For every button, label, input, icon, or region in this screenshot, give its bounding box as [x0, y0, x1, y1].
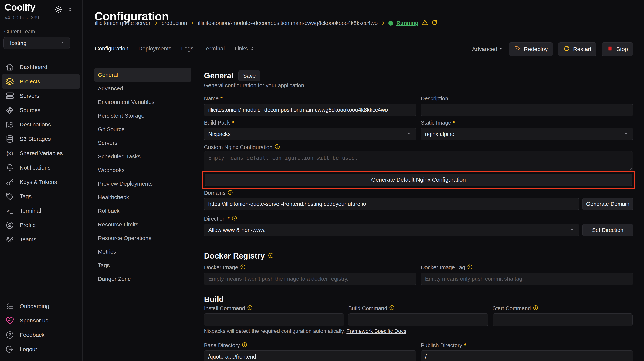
tab-logs[interactable]: Logs	[181, 45, 194, 52]
info-icon[interactable]	[268, 251, 274, 260]
chevron-down-icon	[570, 227, 575, 233]
subnav-item-git-source[interactable]: Git Source	[94, 123, 191, 136]
install-command-input[interactable]	[204, 313, 344, 326]
docker-image-tag-input[interactable]	[421, 272, 633, 285]
required-marker: *	[232, 120, 234, 126]
sidebar-item-logout[interactable]: Logout	[2, 342, 80, 356]
sidebar-item-sources[interactable]: Sources	[2, 103, 80, 117]
logout-icon	[6, 345, 14, 353]
section-heading-build: Build	[204, 295, 224, 304]
subnav-item-danger-zone[interactable]: Danger Zone	[94, 272, 191, 286]
subnav-item-advanced[interactable]: Advanced	[94, 82, 191, 95]
direction-select[interactable]: Allow www & non-www.	[204, 224, 579, 236]
framework-docs-link[interactable]: Framework Specific Docs	[346, 328, 406, 334]
database-icon	[6, 135, 14, 143]
key-icon	[6, 178, 14, 186]
sidebar-item-terminal[interactable]: >_ Terminal	[2, 204, 80, 218]
generate-domain-button[interactable]: Generate Domain	[582, 198, 633, 210]
info-icon[interactable]	[242, 342, 248, 349]
publish-directory-label: Publish Directory*	[421, 342, 633, 348]
heart-icon	[6, 316, 14, 325]
domains-input[interactable]	[204, 198, 579, 210]
build-command-label: Build Command	[348, 305, 488, 311]
sidebar-item-notifications[interactable]: Notifications	[2, 160, 80, 175]
sidebar-item-shared-variables[interactable]: (x) Shared Variables	[2, 146, 80, 160]
sidebar-item-feedback[interactable]: Feedback	[2, 328, 80, 342]
chevrons-up-down-icon[interactable]	[68, 7, 73, 13]
name-input[interactable]	[204, 104, 416, 116]
server-icon	[6, 92, 14, 100]
subnav-item-resource-operations[interactable]: Resource Operations	[94, 231, 191, 245]
subnav-item-preview-deployments[interactable]: Preview Deployments	[94, 177, 191, 191]
start-command-input[interactable]	[492, 313, 633, 326]
subnav-item-metrics[interactable]: Metrics	[94, 245, 191, 259]
build-pack-select[interactable]: Nixpacks	[204, 128, 416, 140]
build-command-input[interactable]	[348, 313, 488, 326]
static-image-select[interactable]: nginx:alpine	[421, 128, 633, 140]
breadcrumb-environment[interactable]: production	[162, 20, 187, 26]
sidebar-item-onboarding[interactable]: Onboarding	[2, 299, 80, 313]
info-icon[interactable]	[240, 264, 246, 271]
info-icon[interactable]	[247, 305, 253, 312]
sidebar-item-teams[interactable]: Teams	[2, 232, 80, 247]
subnav-item-webhooks[interactable]: Webhooks	[94, 163, 191, 177]
start-command-label: Start Command	[492, 305, 633, 311]
info-icon[interactable]	[274, 144, 280, 151]
base-directory-label: Base Directory	[204, 342, 416, 348]
custom-nginx-config-label: Custom Nginx Configuration	[204, 144, 280, 150]
info-icon[interactable]	[389, 305, 395, 312]
sidebar-item-sponsor-us[interactable]: Sponsor us	[2, 313, 80, 328]
app-version: v4.0.0-beta.399	[5, 15, 39, 21]
sidebar-item-tags[interactable]: Tags	[2, 189, 80, 204]
app-logo[interactable]: Coolify	[4, 2, 35, 13]
chevron-right-icon	[190, 21, 195, 26]
name-label: Name*	[204, 95, 416, 102]
chevron-down-icon	[60, 40, 66, 47]
subnav-item-scheduled-tasks[interactable]: Scheduled Tasks	[94, 150, 191, 163]
publish-directory-input[interactable]	[421, 350, 633, 361]
sidebar-item-keys-tokens[interactable]: Keys & Tokens	[2, 175, 80, 189]
general-settings-form: General Save General configuration for y…	[204, 0, 633, 361]
sidebar-item-projects[interactable]: Projects	[2, 74, 80, 89]
nixpacks-note: Nixpacks will detect the required config…	[204, 328, 406, 334]
save-button[interactable]: Save	[238, 70, 260, 81]
users-icon	[6, 235, 14, 244]
subnav-item-healthcheck[interactable]: Healthcheck	[94, 191, 191, 204]
chevron-right-icon	[154, 21, 158, 26]
git-icon	[6, 106, 14, 114]
tab-configuration[interactable]: Configuration	[95, 45, 128, 52]
set-direction-button[interactable]: Set Direction	[582, 224, 633, 236]
tab-deployments[interactable]: Deployments	[138, 45, 171, 52]
variable-icon: (x)	[6, 149, 14, 157]
required-marker: *	[464, 342, 466, 348]
info-icon[interactable]	[232, 215, 237, 222]
description-input[interactable]	[421, 104, 633, 116]
sidebar-item-profile[interactable]: Profile	[2, 218, 80, 232]
sidebar-item-destinations[interactable]: Destinations	[2, 117, 80, 132]
subnav-item-environment-variables[interactable]: Environment Variables	[94, 95, 191, 109]
sidebar: Coolify v4.0.0-beta.399 Current Team Hos…	[0, 0, 82, 361]
base-directory-input[interactable]	[204, 350, 416, 361]
team-select[interactable]: Hosting	[4, 37, 70, 49]
info-icon[interactable]	[228, 190, 233, 197]
build-pack-label: Build Pack*	[204, 119, 416, 126]
subnav-item-persistent-storage[interactable]: Persistent Storage	[94, 109, 191, 123]
sidebar-footer-nav: Onboarding Sponsor us Feedback Logout	[0, 299, 82, 356]
docker-image-input[interactable]	[204, 272, 416, 285]
sidebar-item-servers[interactable]: Servers	[2, 89, 80, 103]
sidebar-item-s3-storages[interactable]: S3 Storages	[2, 132, 80, 146]
sidebar-item-dashboard[interactable]: Dashboard	[2, 60, 80, 74]
team-select-value: Hosting	[7, 40, 27, 46]
subnav-item-servers[interactable]: Servers	[94, 136, 191, 150]
subnav-item-resource-limits[interactable]: Resource Limits	[94, 218, 191, 231]
custom-nginx-config-textarea[interactable]	[204, 151, 633, 171]
theme-sun-icon[interactable]	[54, 6, 62, 14]
generate-default-nginx-config-button[interactable]: Generate Default Nginx Configuration	[205, 174, 632, 186]
breadcrumb-project[interactable]: illicitonion quote server	[95, 20, 150, 26]
subnav-item-tags[interactable]: Tags	[94, 259, 191, 272]
settings-subnav: General Advanced Environment Variables P…	[94, 68, 191, 286]
info-icon[interactable]	[533, 305, 538, 312]
subnav-item-rollback[interactable]: Rollback	[94, 204, 191, 218]
subnav-item-general[interactable]: General	[94, 68, 191, 82]
info-icon[interactable]	[467, 264, 473, 271]
